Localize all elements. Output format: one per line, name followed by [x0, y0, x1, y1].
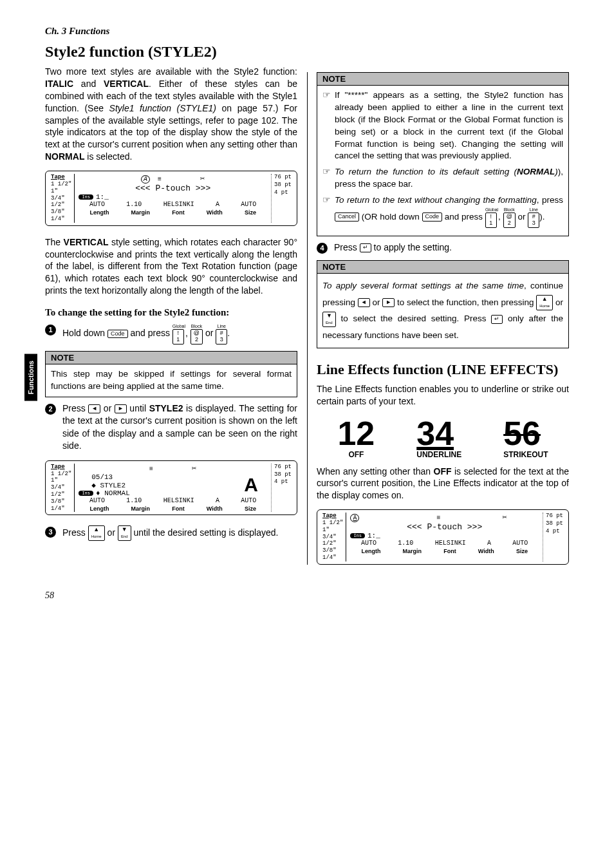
pt: 4 pt: [274, 478, 292, 486]
lcd-labels: LengthMarginFontWidthSize: [79, 505, 267, 512]
lbl: Width: [207, 505, 223, 512]
hand-icon: ☞: [322, 166, 331, 191]
text: Hold down: [62, 328, 107, 338]
column-divider: [307, 72, 308, 565]
step-number-3: 3: [45, 527, 56, 538]
lcd-values: AUTO1.10HELSINKIAAUTO: [350, 540, 539, 547]
tape-size: 3/8": [51, 498, 71, 505]
demo-off: 12: [337, 414, 375, 453]
tape-size: 1/4": [51, 505, 71, 513]
lcd-main: A ≡ ✂ <<< P-touch >>> Ins1:_ AUTO1.10HEL…: [346, 513, 543, 561]
tape-size: 1 1/2": [51, 181, 71, 188]
val: AUTO: [361, 540, 377, 547]
val: HELSINKI: [435, 540, 466, 547]
lbl: Width: [207, 209, 223, 216]
lbl: Size: [516, 548, 528, 554]
end-key: ▼End: [322, 312, 336, 327]
hand-icon: ☞: [322, 90, 331, 162]
val: HELSINKI: [163, 497, 194, 504]
val: A: [216, 201, 219, 208]
lbl: Size: [245, 209, 256, 216]
text: , press: [537, 195, 563, 205]
lbl: Width: [478, 548, 494, 554]
tape-size: 1": [322, 527, 343, 534]
text: The: [45, 237, 64, 247]
text: (OR hold down: [359, 212, 422, 222]
text: is selected.: [84, 151, 132, 162]
line-effects-intro: The Line Effects function enables you to…: [317, 383, 569, 408]
pt: 76 pt: [274, 464, 292, 471]
note-2: NOTE ☞If "*****" appears as a setting, t…: [317, 72, 569, 236]
note-body: This step may be skipped if settings for…: [46, 364, 297, 397]
lcd-display-2: Tape 1 1/2" 1" 3/4" 1/2" 3/8" 1/4" ≡ ✂ 0…: [45, 460, 297, 516]
end-key: ▼End: [118, 525, 131, 541]
pt: 4 pt: [546, 528, 563, 536]
ins-badge: Ins: [350, 533, 365, 538]
text: To return to the text without changing t…: [335, 195, 537, 205]
val: 1.10: [126, 497, 142, 504]
home-key: ▲Home: [88, 525, 105, 541]
tape-size: 3/8": [51, 209, 71, 216]
lcd-main: ≡ ✂ 05/13 ◆ STYLE2 Ins♦ NORMAL A AUTO1.1…: [75, 464, 271, 513]
line-effects-para: When any setting other than OFF is selec…: [317, 466, 569, 502]
step-4: 4 Press ↵ to apply the setting.: [317, 241, 569, 254]
lbl: Margin: [131, 209, 151, 216]
tape-size: 1": [51, 477, 71, 484]
right-key: ►: [115, 404, 127, 413]
style2-label: STYLE2: [149, 403, 183, 413]
style2-intro: Two more text styles are available with …: [45, 66, 297, 163]
scissors-icon: ✂: [192, 464, 196, 473]
cursor-line: 1:_: [96, 193, 109, 201]
tape-size: 3/8": [322, 547, 343, 554]
step-number-1: 1: [45, 325, 56, 335]
style2-heading: Style2 function (STYLE2): [45, 43, 297, 61]
lbl: Margin: [403, 548, 422, 554]
text: To return the function to its default se…: [335, 167, 517, 176]
a-indicator: A: [141, 175, 150, 184]
step-2: 2 Press ◄ or ► until STYLE2 is displayed…: [45, 402, 297, 453]
lcd-values: AUTO1.10HELSINKIAAUTO: [79, 201, 267, 208]
left-key: ◄: [358, 298, 370, 307]
note-title: NOTE: [46, 352, 297, 364]
text: or: [518, 212, 528, 222]
lcd-labels: LengthMarginFontWidthSize: [79, 209, 267, 216]
lbl: Font: [443, 548, 456, 554]
lcd-values: AUTO1.10HELSINKIAAUTO: [79, 497, 267, 504]
xref: Style1 function (STYLE1): [109, 103, 216, 113]
val: 1.10: [126, 201, 142, 208]
scissors-icon: ✂: [502, 513, 507, 522]
home-key: ▲Home: [536, 295, 553, 310]
cursor-line: 1:_: [367, 532, 380, 540]
left-column: Style2 function (STYLE2) Two more text s…: [45, 43, 297, 565]
text: Press: [334, 242, 360, 252]
text: Two more text styles are available with …: [45, 66, 297, 77]
lbl: Length: [89, 505, 109, 512]
tape-size: 3/4": [51, 195, 71, 202]
note-3: NOTE To apply several format settings at…: [317, 260, 569, 348]
normal-label: NORMAL: [45, 151, 84, 162]
line-effects-heading: Line Effects function (LINE EFFECTS): [317, 361, 569, 378]
key-2: @2: [191, 329, 203, 344]
key-3: #3: [528, 212, 539, 228]
off-label: OFF: [434, 466, 452, 476]
note-title: NOTE: [317, 73, 568, 86]
pt: 38 pt: [546, 520, 563, 528]
lbl: Font: [172, 209, 185, 216]
cancel-key: Cancel: [335, 212, 359, 222]
tape-size: 1/2": [51, 491, 71, 498]
pt-scale: 76 pt 38 pt 4 pt: [271, 464, 294, 513]
key-2: @2: [503, 212, 516, 228]
key-3: #3: [216, 329, 227, 344]
tape-label: Tape: [51, 464, 71, 471]
text: or: [100, 403, 115, 413]
note-1: NOTE This step may be skipped if setting…: [45, 351, 297, 397]
tape-size: 1/2": [322, 540, 343, 547]
text: to apply the setting.: [371, 242, 452, 252]
lcd-text: <<< P-touch >>>: [350, 522, 539, 532]
menu-value: ♦ NORMAL: [96, 489, 130, 497]
val: HELSINKI: [163, 201, 194, 208]
lbl: Font: [172, 505, 185, 512]
step-number-4: 4: [317, 243, 328, 254]
hand-icon: ☞: [322, 194, 331, 227]
tape-size: 1/2": [51, 202, 71, 209]
